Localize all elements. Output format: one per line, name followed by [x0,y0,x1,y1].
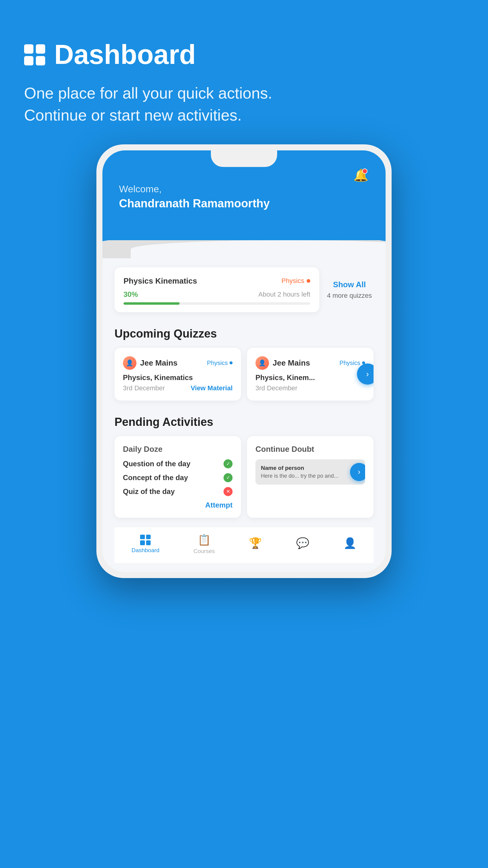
teacher-name-2: Jee Mains [272,358,310,368]
nav-item-courses[interactable]: 📋 Courses [193,534,215,555]
dashboard-nav-icon [140,535,151,545]
nav-item-profile[interactable]: 👤 [344,537,357,551]
chat-person-name: Name of person [261,465,360,471]
continue-doubt-card: Continue Doubt Name of person Here is th… [247,436,373,518]
doubt-chat-preview[interactable]: Name of person Here is the do... try the… [255,459,365,485]
quiz-date-1: 3rd December [123,384,165,392]
progress-bar-track [124,302,310,305]
quiz-of-day-label: Quiz of the day [123,487,175,496]
person-icon: 👤 [344,537,357,550]
teacher-avatar-2: 👤 [255,356,269,370]
notification-badge [362,168,367,174]
trophy-icon: 🏆 [249,537,262,550]
arrow-right-icon: › [366,369,369,379]
more-quizzes-text: 4 more quizzes [327,292,372,300]
progress-percent: 30% [124,290,138,299]
book-icon: 📋 [198,534,211,546]
chat-icon: 💬 [296,537,310,550]
quizzes-row: 👤 Jee Mains Physics Physics, Kinematics [115,348,373,401]
nav-label-courses: Courses [193,548,215,555]
phone-notch [211,150,277,167]
quiz-subject-badge-1: Physics [207,360,233,367]
pending-activities-title: Pending Activities [115,415,373,429]
upcoming-quizzes-title: Upcoming Quizzes [115,327,373,340]
notification-bell[interactable]: 🔔 [352,167,369,184]
progress-bar-fill [124,302,180,305]
quiz-progress-card: Physics Kinematics Physics 30% About 2 h… [115,267,319,312]
quiz-topic-2: Physics, Kinem... [255,373,365,382]
show-all-button[interactable]: Show All [333,280,366,289]
user-name: Chandranath Ramamoorthy [119,197,369,210]
teacher-name-1: Jee Mains [140,358,177,368]
dashboard-grid-icon [24,44,45,65]
upcoming-quiz-card-1[interactable]: 👤 Jee Mains Physics Physics, Kinematics [115,348,241,401]
phone-screen: Welcome, Chandranath Ramamoorthy 🔔 [102,150,386,572]
quiz-date-2: 3rd December [255,384,297,392]
page-subtitle: One place for all your quick actions. Co… [24,82,464,126]
activity-item-concept: Concept of the day ✓ [123,473,233,482]
concept-status-icon: ✓ [224,473,233,482]
screen-content: Physics Kinematics Physics 30% About 2 h… [102,258,386,572]
subject-dot [307,279,310,283]
quiz-topic-1: Physics, Kinematics [123,373,233,382]
question-of-day-label: Question of the day [123,460,190,468]
question-status-icon: ✓ [224,459,233,468]
concept-of-day-label: Concept of the day [123,473,188,482]
quiz-card-title: Physics Kinematics [124,276,197,286]
page-header: Dashboard One place for all your quick a… [0,0,488,144]
quiz-progress-section: Physics Kinematics Physics 30% About 2 h… [115,267,373,312]
daily-doze-title: Daily Doze [123,444,233,454]
upcoming-quiz-card-2[interactable]: 👤 Jee Mains Physics Physics, Kinem... [247,348,373,401]
nav-item-chat[interactable]: 💬 [296,537,310,551]
bottom-nav: Dashboard 📋 Courses 🏆 💬 [115,527,373,563]
quiz-status-icon: ✕ [224,487,233,496]
pending-row: Daily Doze Question of the day ✓ Concept… [115,436,373,518]
nav-item-trophy[interactable]: 🏆 [249,537,262,551]
daily-doze-card: Daily Doze Question of the day ✓ Concept… [115,436,241,518]
chat-preview-text: Here is the do... try the po and... [261,473,360,479]
subject-badge: Physics [281,277,310,285]
nav-item-dashboard[interactable]: Dashboard [131,535,159,554]
welcome-text: Welcome, [119,172,369,195]
phone-frame: Welcome, Chandranath Ramamoorthy 🔔 [96,144,392,578]
continue-doubt-title: Continue Doubt [255,444,365,454]
activity-item-quiz: Quiz of the day ✕ [123,487,233,496]
attempt-button[interactable]: Attempt [123,501,233,509]
progress-time: About 2 hours left [258,290,310,299]
view-material-button[interactable]: View Material [191,384,233,392]
nav-label-dashboard: Dashboard [131,547,159,554]
doubt-arrow-icon: › [358,467,361,476]
wave-divider [102,240,386,258]
page-title: Dashboard [54,39,196,70]
show-all-section: Show All 4 more quizzes [325,267,373,312]
activity-item-question: Question of the day ✓ [123,459,233,468]
teacher-avatar-1: 👤 [123,356,136,370]
